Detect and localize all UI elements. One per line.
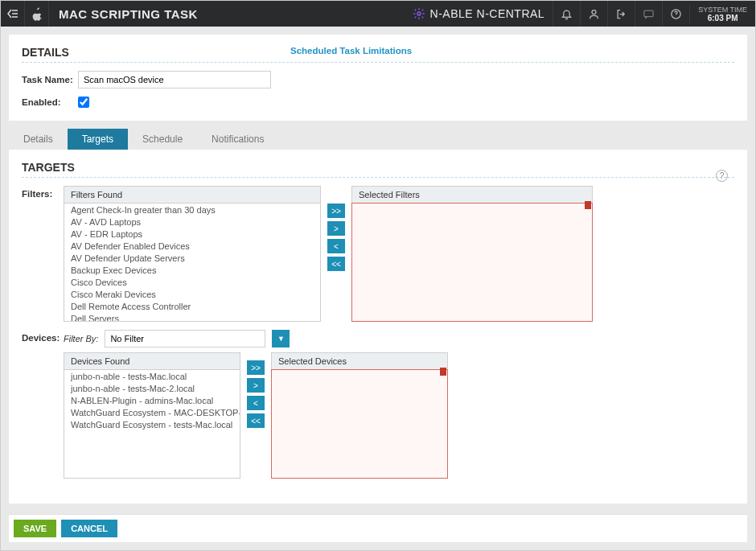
enabled-checkbox[interactable] <box>78 97 89 108</box>
list-item[interactable]: junbo-n-able - tests-Mac-2.local <box>64 382 240 394</box>
system-time-label: SYSTEM TIME <box>698 6 747 14</box>
topbar: MAC SCRIPTING TASK N-ABLE N-CENTRAL SYST… <box>1 1 755 27</box>
svg-rect-2 <box>644 10 653 17</box>
list-item[interactable]: AV Defender Update Servers <box>64 252 320 264</box>
brand-text: N-ABLE N-CENTRAL <box>430 7 545 20</box>
list-item[interactable]: WatchGuard Ecosystem - MAC-DESKTOP-1.loc… <box>64 406 240 418</box>
logout-icon[interactable] <box>607 1 635 27</box>
tabstrip: Details Targets Schedule Notifications <box>9 129 747 150</box>
devices-found-box: Devices Found junbo-n-able - tests-Mac.l… <box>64 352 240 479</box>
selected-devices-list[interactable] <box>271 369 448 479</box>
svg-point-0 <box>417 12 421 15</box>
list-item[interactable]: AV - EDR Laptops <box>64 228 320 240</box>
apple-mac-icon <box>25 1 49 27</box>
tab-targets[interactable]: Targets <box>68 129 128 150</box>
tab-details[interactable]: Details <box>9 129 68 150</box>
filters-move-all-right-button[interactable]: >> <box>327 204 345 218</box>
list-item[interactable]: Cisco Devices <box>64 276 320 288</box>
help-icon[interactable] <box>662 1 689 27</box>
filters-found-header: Filters Found <box>64 186 321 203</box>
system-time-value: 6:03 PM <box>698 14 747 23</box>
enabled-label: Enabled: <box>22 97 78 107</box>
list-item[interactable]: Dell Remote Access Controller <box>64 300 320 312</box>
filters-move-buttons: >> > < << <box>327 186 345 271</box>
system-time: SYSTEM TIME 6:03 PM <box>689 4 755 24</box>
list-item[interactable]: Backup Exec Devices <box>64 264 320 276</box>
list-item[interactable]: N-ABLEN-Plugin - admins-Mac.local <box>64 394 240 406</box>
required-flag-icon <box>585 201 591 209</box>
list-item[interactable]: Cisco Meraki Devices <box>64 288 320 300</box>
scheduled-task-limitations-link[interactable]: Scheduled Task Limitations <box>290 46 412 56</box>
taskname-input[interactable] <box>78 71 271 88</box>
selected-devices-box: Selected Devices <box>271 352 448 479</box>
cancel-button[interactable]: CANCEL <box>61 520 117 537</box>
selected-filters-box: Selected Filters <box>351 186 593 322</box>
filter-by-row: Filter By: ▼ <box>64 330 448 347</box>
devices-move-all-left-button[interactable]: << <box>247 413 265 428</box>
tab-schedule[interactable]: Schedule <box>128 129 197 150</box>
svg-point-1 <box>592 10 596 14</box>
list-item[interactable]: junbo-n-able - tests-Mac.local <box>64 370 240 382</box>
selected-devices-header: Selected Devices <box>271 352 448 369</box>
page-title: MAC SCRIPTING TASK <box>49 7 207 21</box>
brand-gear-icon <box>413 7 425 20</box>
devices-move-right-button[interactable]: > <box>247 378 265 393</box>
devices-label: Devices: <box>22 330 64 343</box>
brand: N-ABLE N-CENTRAL <box>405 7 553 20</box>
targets-heading: TARGETS <box>22 161 734 178</box>
save-button[interactable]: SAVE <box>14 520 56 537</box>
filters-move-all-left-button[interactable]: << <box>327 257 345 271</box>
tab-notifications[interactable]: Notifications <box>197 129 278 150</box>
filters-move-right-button[interactable]: > <box>327 221 345 236</box>
list-item[interactable]: Dell Servers <box>64 312 320 322</box>
chat-icon[interactable] <box>635 1 662 27</box>
selected-filters-list[interactable] <box>351 203 593 322</box>
details-panel: DETAILS Scheduled Task Limitations Task … <box>9 35 747 121</box>
filters-found-box: Filters Found Agent Check-In greater tha… <box>64 186 321 322</box>
filters-label: Filters: <box>22 186 64 199</box>
devices-found-list[interactable]: junbo-n-able - tests-Mac.localjunbo-n-ab… <box>64 369 240 479</box>
selected-filters-header: Selected Filters <box>351 186 593 203</box>
footer: SAVE CANCEL <box>9 514 747 542</box>
list-item[interactable]: WatchGuard Ecosystem - tests-Mac.local <box>64 418 240 430</box>
targets-help-icon[interactable]: ? <box>716 170 728 182</box>
required-flag-icon <box>440 368 446 376</box>
filters-move-left-button[interactable]: < <box>327 239 345 253</box>
list-item[interactable]: AV - AVD Laptops <box>64 216 320 228</box>
devices-move-all-right-button[interactable]: >> <box>247 360 265 375</box>
filter-by-dropdown-button[interactable]: ▼ <box>272 330 290 347</box>
filters-found-list[interactable]: Agent Check-In greater than 30 daysAV - … <box>64 203 321 322</box>
list-item[interactable]: Agent Check-In greater than 30 days <box>64 204 320 216</box>
list-item[interactable]: AV Defender Enabled Devices <box>64 240 320 252</box>
menu-toggle[interactable] <box>1 1 25 27</box>
devices-move-left-button[interactable]: < <box>247 396 265 410</box>
filter-by-input[interactable] <box>105 330 265 347</box>
targets-panel: TARGETS ? Filters: Filters Found Agent C… <box>9 150 747 504</box>
filter-by-label: Filter By: <box>64 334 98 343</box>
devices-found-header: Devices Found <box>64 352 240 369</box>
taskname-label: Task Name: <box>22 75 78 84</box>
notifications-icon[interactable] <box>553 1 580 27</box>
user-icon[interactable] <box>580 1 607 27</box>
devices-move-buttons: >> > < << <box>247 352 265 428</box>
